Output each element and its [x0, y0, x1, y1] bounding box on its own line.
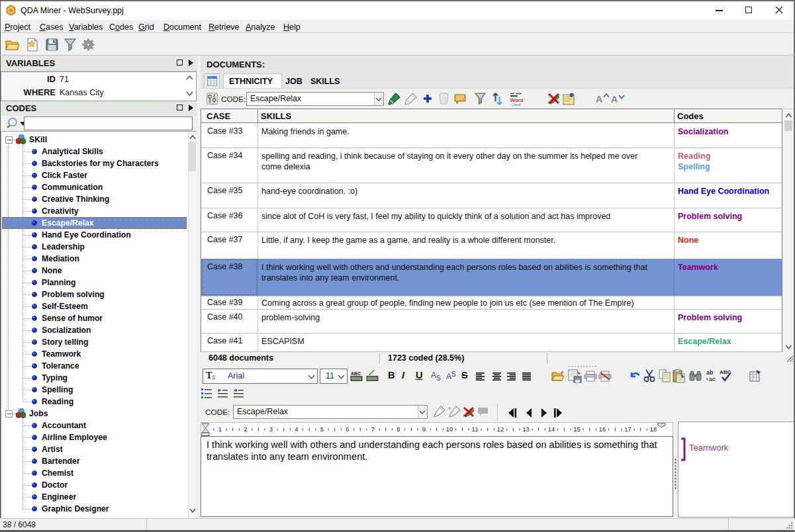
svg-text:10: 10 — [446, 425, 453, 433]
svg-text:ab: ab — [706, 369, 714, 376]
svg-text:7: 7 — [371, 425, 375, 433]
svg-text:ac: ac — [709, 376, 716, 382]
svg-text:5: 5 — [320, 425, 324, 433]
svg-text:12: 12 — [497, 425, 504, 433]
svg-text:Cloud: Cloud — [512, 103, 520, 107]
svg-text:13: 13 — [522, 425, 530, 433]
svg-text:17: 17 — [624, 425, 631, 433]
svg-text:14: 14 — [548, 425, 555, 433]
svg-text:18: 18 — [650, 425, 657, 433]
svg-text:9: 9 — [422, 425, 426, 433]
svg-text:8: 8 — [397, 425, 400, 433]
svg-text:1: 1 — [218, 425, 222, 433]
svg-text:15: 15 — [573, 425, 581, 433]
svg-text:2: 2 — [244, 425, 247, 433]
svg-text:16: 16 — [599, 425, 606, 433]
svg-text:3: 3 — [269, 425, 273, 433]
svg-text:6: 6 — [346, 425, 349, 433]
svg-text:4: 4 — [295, 425, 298, 433]
svg-text:11: 11 — [472, 425, 479, 433]
svg-text:ABC: ABC — [351, 371, 361, 376]
